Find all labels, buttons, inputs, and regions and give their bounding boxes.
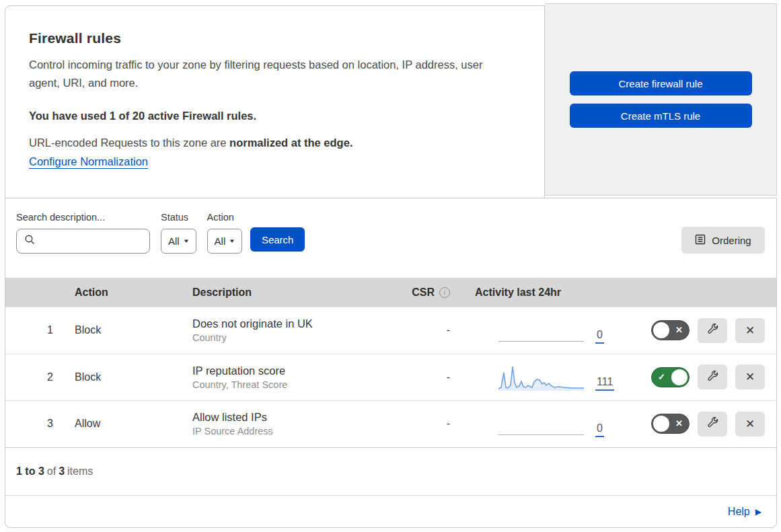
arrow-right-icon: ▶ <box>755 507 761 517</box>
search-button[interactable]: Search <box>250 227 305 252</box>
wrench-icon <box>706 369 719 385</box>
action-filter-group: Action All ▼ <box>207 212 243 254</box>
ordering-button[interactable]: Ordering <box>681 227 765 254</box>
rule-controls: ✓ ✕ ✕ <box>640 318 776 343</box>
rule-enabled-toggle[interactable]: ✓ ✕ <box>651 320 690 340</box>
rule-action: Block <box>75 324 192 336</box>
rule-description-cell: Allow listed IPs IP Source Address <box>192 411 384 436</box>
help-row: Help ▶ <box>5 495 776 527</box>
action-dropdown-value: All <box>215 235 226 247</box>
table-row: 1 Block Does not originate in UK Country… <box>5 307 776 354</box>
wrench-icon <box>706 322 719 338</box>
activity-count-link[interactable]: 0 <box>595 328 604 344</box>
rule-action: Block <box>75 371 192 383</box>
table-row: 2 Block IP reputation score Country, Thr… <box>5 354 776 401</box>
ordering-list-icon <box>695 234 706 247</box>
firewall-rules-page: Firewall rules Control incoming traffic … <box>0 0 781 532</box>
edit-rule-button[interactable] <box>698 365 727 389</box>
help-link[interactable]: Help ▶ <box>728 506 761 518</box>
rule-priority: 1 <box>5 324 75 336</box>
top-section: Firewall rules Control incoming traffic … <box>5 3 777 198</box>
page-title: Firewall rules <box>29 30 512 46</box>
rule-description: Allow listed IPs <box>192 411 384 424</box>
toggle-knob <box>671 369 687 385</box>
create-firewall-rule-button[interactable]: Create firewall rule <box>570 71 752 96</box>
help-label: Help <box>728 506 750 518</box>
activity-sparkline <box>498 364 584 391</box>
ordering-button-label: Ordering <box>712 235 751 246</box>
search-label: Search description... <box>16 212 150 223</box>
chevron-down-icon: ▼ <box>182 238 189 244</box>
configure-normalization-link[interactable]: Configure Normalization <box>29 155 148 168</box>
header-action: Action <box>75 287 192 299</box>
rule-enabled-toggle[interactable]: ✓ ✕ <box>651 367 690 387</box>
intro-card: Firewall rules Control incoming traffic … <box>5 5 545 198</box>
rule-csr: - <box>384 418 458 430</box>
rule-description: IP reputation score <box>192 365 384 377</box>
create-rules-panel: Create firewall rule Create mTLS rule <box>545 3 777 196</box>
toggle-knob <box>653 416 669 432</box>
header-csr: CSR i <box>384 287 458 299</box>
search-input[interactable] <box>16 229 150 254</box>
close-icon: ✕ <box>745 370 755 384</box>
rule-activity-cell: 0 <box>458 317 640 344</box>
close-icon: ✕ <box>745 417 755 431</box>
x-icon: ✕ <box>675 326 683 336</box>
rule-activity-cell: 111 <box>458 364 640 391</box>
rule-controls: ✓ ✕ ✕ <box>640 412 776 436</box>
usage-summary: You have used 1 of 20 active Firewall ru… <box>29 110 512 122</box>
create-mtls-rule-button[interactable]: Create mTLS rule <box>570 104 752 128</box>
range-text: 1 to 3 <box>16 465 47 478</box>
rule-fields: IP Source Address <box>192 426 384 436</box>
rule-description-cell: Does not originate in UK Country <box>192 317 384 343</box>
check-icon: ✓ <box>658 372 665 382</box>
status-dropdown[interactable]: All ▼ <box>161 229 196 254</box>
table-header: Action Description CSR i Activity last 2… <box>5 278 776 307</box>
total-count: 3 <box>56 465 67 478</box>
normalization-bold: normalized at the edge. <box>229 137 352 149</box>
x-icon: ✕ <box>675 419 683 429</box>
of-text: of <box>47 465 56 478</box>
header-description: Description <box>192 287 384 299</box>
rule-description-cell: IP reputation score Country, Threat Scor… <box>192 365 384 390</box>
rule-description: Does not originate in UK <box>192 317 384 330</box>
rules-list-card: Search description... Status All ▼ Ac <box>5 198 777 528</box>
activity-count-link[interactable]: 0 <box>595 422 604 437</box>
rule-controls: ✓ ✕ ✕ <box>640 365 776 389</box>
chevron-down-icon: ▼ <box>229 238 235 244</box>
delete-rule-button[interactable]: ✕ <box>735 365 765 389</box>
status-filter-group: Status All ▼ <box>161 212 196 254</box>
rule-csr: - <box>384 371 458 383</box>
action-label: Action <box>207 212 243 223</box>
rule-csr: - <box>384 324 458 336</box>
rule-action: Allow <box>75 418 192 430</box>
delete-rule-button[interactable]: ✕ <box>735 412 765 436</box>
rule-priority: 2 <box>5 371 75 383</box>
action-dropdown[interactable]: All ▼ <box>207 229 243 254</box>
pagination-summary: 1 to 3 of 3 items <box>5 447 776 496</box>
search-group: Search description... <box>16 212 150 254</box>
normalization-note: URL-encoded Requests to this zone are no… <box>29 137 512 149</box>
table-row: 3 Allow Allow listed IPs IP Source Addre… <box>5 400 776 447</box>
edit-rule-button[interactable] <box>698 318 727 343</box>
activity-count-link[interactable]: 111 <box>595 375 614 391</box>
items-text: items <box>67 465 93 478</box>
header-csr-label: CSR <box>412 287 435 299</box>
wrench-icon <box>706 416 719 432</box>
info-icon[interactable]: i <box>439 287 450 298</box>
rule-activity-cell: 0 <box>458 410 640 437</box>
close-icon: ✕ <box>745 324 755 338</box>
rule-enabled-toggle[interactable]: ✓ ✕ <box>651 414 690 434</box>
edit-rule-button[interactable] <box>698 412 727 436</box>
normalization-prefix: URL-encoded Requests to this zone are <box>29 137 229 149</box>
rule-fields: Country, Threat Score <box>192 379 384 390</box>
delete-rule-button[interactable]: ✕ <box>735 318 765 343</box>
header-activity: Activity last 24hr <box>458 287 640 299</box>
rule-fields: Country <box>192 332 384 343</box>
status-label: Status <box>161 212 196 223</box>
status-dropdown-value: All <box>168 235 180 247</box>
rule-priority: 3 <box>5 418 75 430</box>
page-description: Control incoming traffic to your zone by… <box>29 56 507 92</box>
activity-sparkline <box>498 410 584 437</box>
toggle-knob <box>653 322 669 338</box>
